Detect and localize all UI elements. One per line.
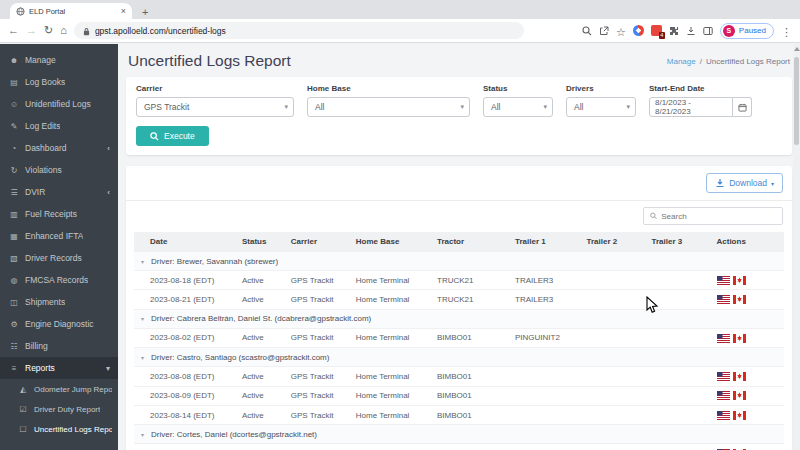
- home-base-select[interactable]: All: [307, 97, 470, 117]
- duty-report-icon: ☑: [17, 405, 29, 414]
- log-row: 2023-08-18 (EDT)ActiveGPS TrackitHome Te…: [134, 271, 784, 290]
- log-row: 2023-08-21 (EDT)ActiveGPS TrackitHome Te…: [134, 290, 784, 309]
- sidebar-item-dashboard[interactable]: ◔Dashboard: [0, 137, 118, 159]
- sidebar-item-shipments[interactable]: ◫Shipments: [0, 291, 118, 313]
- zoom-icon[interactable]: [582, 22, 592, 40]
- sidebar-item-label: Billing: [25, 341, 48, 351]
- canada-flag-icon[interactable]: [733, 391, 746, 400]
- column-header-trailer-1[interactable]: Trailer 1: [511, 232, 583, 252]
- downloads-icon[interactable]: [686, 22, 696, 40]
- driver-group-row[interactable]: Driver: Cabrera Beltrán, Daniel St. (dca…: [134, 309, 784, 328]
- carrier-select[interactable]: GPS Trackit: [136, 97, 294, 117]
- cell-home-base: Home Terminal: [352, 328, 433, 347]
- sidebar-subitem-label: Odometer Jump Report: [34, 385, 112, 394]
- cell-tractor: BIMBO01: [433, 367, 511, 386]
- sidebar-item-billing[interactable]: ☷Billing: [0, 335, 118, 357]
- sidebar-item-fmcsa-records[interactable]: ◍FMCSA Records: [0, 269, 118, 291]
- menu-kebab-icon[interactable]: [781, 22, 792, 40]
- url-bar[interactable]: gpst.apolloeld.com/uncertified-logs: [74, 22, 524, 39]
- new-tab-button[interactable]: [142, 6, 148, 18]
- scroll-up-arrow-icon[interactable]: [794, 47, 800, 51]
- execute-button[interactable]: Execute: [136, 126, 209, 146]
- column-header-date[interactable]: Date: [134, 232, 238, 252]
- carrier-label: Carrier: [136, 84, 294, 93]
- search-input[interactable]: [661, 212, 776, 221]
- column-header-tractor[interactable]: Tractor: [433, 232, 511, 252]
- us-flag-icon[interactable]: [717, 372, 730, 381]
- url-text: gpst.apolloeld.com/uncertified-logs: [95, 26, 226, 36]
- reports-icon: ≡: [8, 364, 20, 373]
- canada-flag-icon[interactable]: [733, 334, 746, 343]
- cell-trailer-3: [648, 328, 713, 347]
- download-button[interactable]: Download: [706, 173, 783, 193]
- collapse-caret-icon[interactable]: [141, 430, 151, 439]
- sidebar-subitem-uncertified-logs-report[interactable]: ☐Uncertified Logs Report: [0, 419, 118, 439]
- users-icon: ☻: [8, 56, 20, 65]
- home-icon[interactable]: [60, 25, 67, 36]
- sidebar-item-enhanced-ifta[interactable]: ▦Enhanced IFTA: [0, 225, 118, 247]
- scrollbar-thumb[interactable]: [794, 57, 799, 145]
- sidebar-subitem-odometer-jump-report[interactable]: ◭Odometer Jump Report: [0, 379, 118, 399]
- sidebar-item-reports[interactable]: ≡Reports: [0, 357, 118, 379]
- driver-group-row[interactable]: Driver: Cortes, Daniel (dcortes@gpstrack…: [134, 425, 784, 444]
- log-row: 2023-08-07 (EDT)ActiveGPS TrackitHome Te…: [134, 444, 784, 450]
- us-flag-icon[interactable]: [717, 276, 730, 285]
- engine-icon: ⚙: [8, 320, 20, 329]
- extension-logo-icon[interactable]: [633, 25, 644, 36]
- side-panel-icon[interactable]: [703, 22, 713, 40]
- log-edit-icon: ✎: [8, 122, 20, 131]
- cell-tractor: TRUCK21: [433, 271, 511, 290]
- collapse-caret-icon[interactable]: [141, 257, 151, 266]
- cell-date: 2023-08-09 (EDT): [134, 386, 238, 405]
- tab-close-icon[interactable]: [121, 7, 126, 16]
- driver-group-row[interactable]: Driver: Brewer, Savannah (sbrewer): [134, 252, 784, 271]
- chevron-down-icon: [106, 364, 110, 373]
- sidebar-item-log-edits[interactable]: ✎Log Edits: [0, 115, 118, 137]
- sidebar-item-engine-diagnostic[interactable]: ⚙Engine Diagnostic: [0, 313, 118, 335]
- sidebar-item-unidentified-logs[interactable]: ☺Unidentified Logs: [0, 93, 118, 115]
- sidebar-item-log-books[interactable]: ▤Log Books: [0, 71, 118, 93]
- canada-flag-icon[interactable]: [733, 276, 746, 285]
- us-flag-icon[interactable]: [717, 334, 730, 343]
- sidebar-item-violations[interactable]: ↻Violations: [0, 159, 118, 181]
- column-header-trailer-2[interactable]: Trailer 2: [583, 232, 648, 252]
- date-range-input[interactable]: 8/1/2023 - 8/21/2023: [649, 97, 733, 117]
- driver-group-row[interactable]: Driver: Castro, Santiago (scastro@gpstra…: [134, 348, 784, 367]
- column-header-status[interactable]: Status: [238, 232, 287, 252]
- bookmark-star-icon[interactable]: [616, 22, 626, 40]
- sidebar-item-fuel-receipts[interactable]: ▥Fuel Receipts: [0, 203, 118, 225]
- canada-flag-icon[interactable]: [733, 372, 746, 381]
- download-label: Download: [729, 178, 767, 188]
- actions-cell: [713, 328, 785, 347]
- drivers-select[interactable]: All: [566, 97, 636, 117]
- us-flag-icon[interactable]: [717, 411, 730, 420]
- calendar-button[interactable]: [733, 97, 752, 117]
- canada-flag-icon[interactable]: [733, 295, 746, 304]
- browser-tab[interactable]: ELD Portal: [10, 3, 132, 19]
- status-select[interactable]: All: [483, 97, 553, 117]
- collapse-caret-icon[interactable]: [141, 353, 151, 362]
- breadcrumb-manage-link[interactable]: Manage: [667, 57, 696, 66]
- collapse-caret-icon[interactable]: [141, 314, 151, 323]
- sidebar-subitem-driver-duty-report[interactable]: ☑Driver Duty Report: [0, 399, 118, 419]
- cell-home-base: Home Terminal: [352, 367, 433, 386]
- column-header-trailer-3[interactable]: Trailer 3: [648, 232, 713, 252]
- sidebar-item-dvir[interactable]: ☰DVIR: [0, 181, 118, 203]
- us-flag-icon[interactable]: [717, 295, 730, 304]
- reload-icon[interactable]: [44, 25, 53, 36]
- column-header-actions[interactable]: Actions: [713, 232, 785, 252]
- uncertified-logs-table: DateStatusCarrierHome BaseTractorTrailer…: [134, 232, 784, 450]
- column-header-home-base[interactable]: Home Base: [352, 232, 433, 252]
- canada-flag-icon[interactable]: [733, 411, 746, 420]
- extension-red-icon[interactable]: 4: [651, 25, 662, 36]
- sidebar-item-manage[interactable]: ☻Manage: [0, 49, 118, 71]
- sidebar-item-driver-records[interactable]: ▧Driver Records: [0, 247, 118, 269]
- profile-paused-pill[interactable]: S Paused: [720, 23, 774, 39]
- home-base-label: Home Base: [307, 84, 470, 93]
- puzzle-extensions-icon[interactable]: [669, 22, 679, 40]
- forward-icon[interactable]: [26, 25, 37, 36]
- back-icon[interactable]: [8, 25, 19, 36]
- column-header-carrier[interactable]: Carrier: [287, 232, 352, 252]
- us-flag-icon[interactable]: [717, 391, 730, 400]
- share-icon[interactable]: [599, 22, 609, 40]
